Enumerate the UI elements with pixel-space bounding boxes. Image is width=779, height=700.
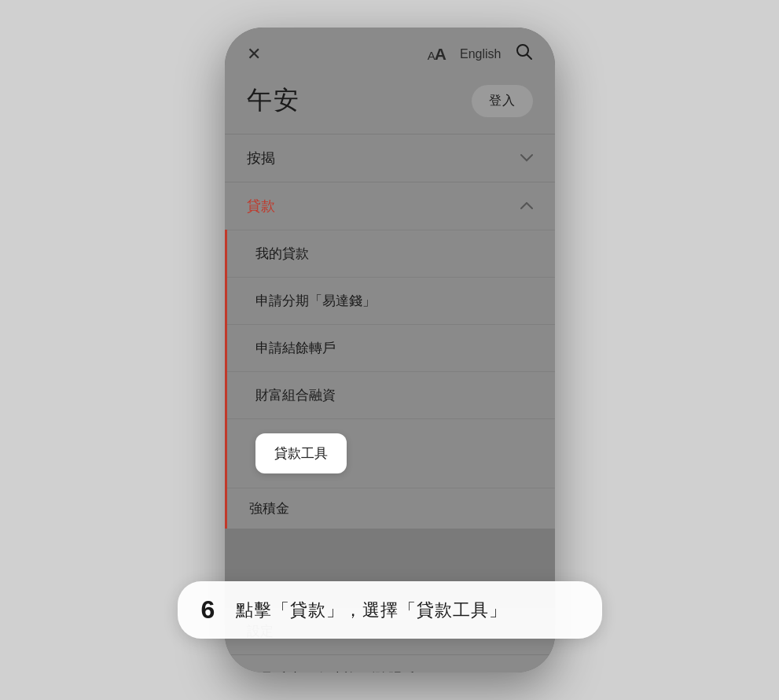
small-a: A	[428, 49, 435, 62]
mortgage-chevron	[520, 151, 533, 165]
font-size-button[interactable]: AA	[428, 45, 446, 64]
submenu-wealth-financing[interactable]: 財富組合融資	[227, 371, 555, 418]
loan-tools-label: 貸款工具	[274, 446, 328, 461]
instruction-text: 點擊「貸款」，選擇「貸款工具」	[236, 599, 507, 622]
submenu-my-loan[interactable]: 我的貸款	[227, 230, 555, 277]
big-a: A	[435, 45, 446, 63]
menu-content: 按揭 貸款	[225, 134, 555, 529]
balance-transfer-label: 申請結餘轉戶	[255, 339, 336, 357]
installment-label: 申請分期「易達錢」	[255, 292, 376, 310]
wealth-financing-label: 財富組合融資	[255, 386, 336, 404]
login-button[interactable]: 登入	[472, 85, 533, 117]
loan-label: 貸款	[247, 197, 275, 216]
submenu-balance-transfer[interactable]: 申請結餘轉戶	[227, 324, 555, 371]
menu-item-mortgage[interactable]: 按揭	[225, 134, 555, 182]
submenu-mpf[interactable]: 強積金	[227, 488, 555, 529]
top-right-controls: AA English	[428, 43, 533, 64]
phone-screen: ✕ AA English 午安 登入	[225, 28, 555, 672]
mortgage-label: 按揭	[247, 149, 275, 168]
submenu-loan-tools[interactable]: 貸款工具	[227, 418, 555, 488]
feedback-item[interactable]: 意見反映(一般查詢/刪除賬戶)	[225, 654, 555, 672]
phone-frame: ✕ AA English 午安 登入	[225, 28, 555, 672]
my-loan-label: 我的貸款	[255, 245, 309, 263]
step-number: 6	[201, 595, 225, 624]
top-bar: ✕ AA English	[225, 28, 555, 77]
submenu-installment[interactable]: 申請分期「易達錢」	[227, 277, 555, 324]
loan-chevron	[520, 199, 533, 213]
greeting-text: 午安	[247, 83, 300, 118]
loan-tools-bubble: 貸款工具	[255, 433, 347, 473]
search-button[interactable]	[516, 43, 533, 64]
language-button[interactable]: English	[460, 47, 501, 61]
close-button[interactable]: ✕	[247, 46, 261, 63]
instruction-tooltip: 6 點擊「貸款」，選擇「貸款工具」	[178, 581, 602, 639]
svg-line-1	[527, 55, 531, 60]
loan-submenu: 我的貸款 申請分期「易達錢」 申請結餘轉戶 財富組合融資	[225, 230, 555, 529]
greeting-row: 午安 登入	[225, 77, 555, 134]
menu-item-loan[interactable]: 貸款	[225, 182, 555, 230]
